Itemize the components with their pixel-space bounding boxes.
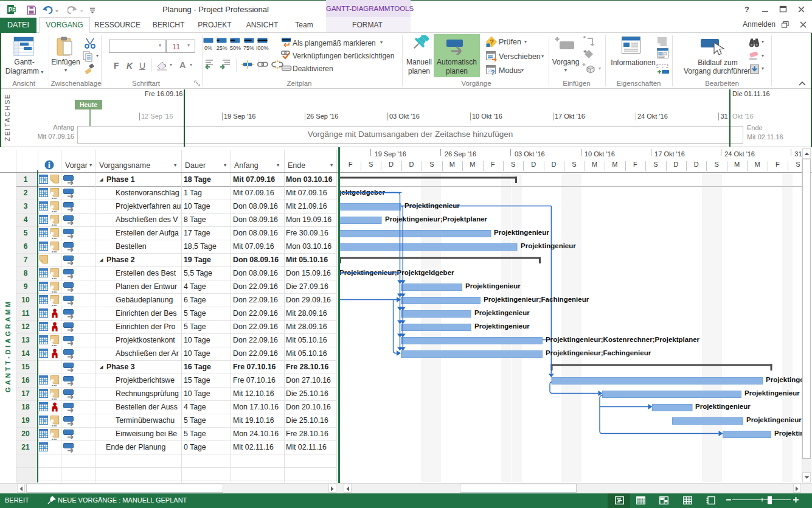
svg-text:?: ? — [490, 38, 494, 46]
svg-text:?: ? — [491, 69, 495, 75]
svg-text:P: P — [9, 6, 13, 13]
svg-text:?: ? — [744, 5, 749, 14]
